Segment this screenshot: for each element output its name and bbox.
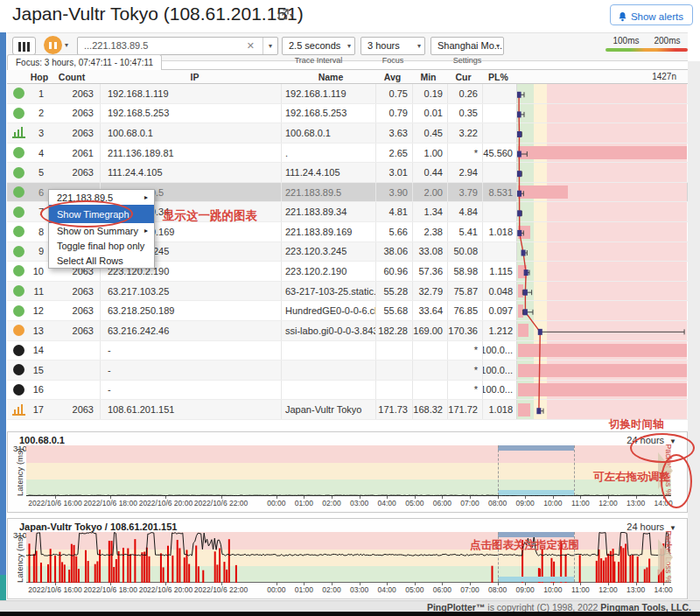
loss-bar bbox=[518, 324, 528, 337]
focus-region-top-bar[interactable] bbox=[498, 532, 575, 537]
min-cell: 33.08 bbox=[413, 242, 448, 262]
name-cell: Japan-Vultr Tokyo bbox=[282, 400, 376, 419]
avg-cell: 2.65 bbox=[376, 144, 413, 163]
share-icon bbox=[276, 8, 290, 21]
status-cell bbox=[7, 123, 30, 143]
loss-bar bbox=[518, 364, 687, 377]
min-cell: 0.19 bbox=[413, 84, 448, 103]
table-row[interactable]: 32063100.68.0.1100.68.0.13.630.453.22 bbox=[7, 123, 688, 144]
menu-item-show-timegraph[interactable]: Show Timegraph bbox=[49, 205, 154, 223]
packet-loss-cell: 1.115 bbox=[483, 262, 517, 281]
menu-item-toggle-final-hop-only[interactable]: Toggle final hop only bbox=[49, 238, 154, 253]
table-row[interactable]: 13206363.216.242.46ssi-labo.gi0-0-0-3.84… bbox=[7, 321, 688, 341]
chevron-down-icon: ▾ bbox=[496, 42, 500, 50]
hop-graph-cell bbox=[517, 222, 687, 242]
latency-band-background bbox=[517, 301, 687, 320]
target-dropdown-caret[interactable]: ▾ bbox=[262, 38, 277, 54]
loss-bar bbox=[518, 146, 687, 159]
latency-band-background bbox=[517, 84, 687, 103]
table-row[interactable]: 12206363.218.250.189HundredGE0-0-0-6.cl.… bbox=[7, 301, 688, 321]
focus-region-top-bar[interactable] bbox=[498, 445, 575, 451]
table-row[interactable]: 14-*100.0... bbox=[7, 341, 688, 361]
focus-region-border bbox=[498, 532, 499, 582]
packet-loss-cell: 100.0... bbox=[483, 341, 517, 360]
trace-interval-select[interactable]: 2.5 seconds ▾ bbox=[282, 37, 355, 55]
pause-dropdown-caret[interactable]: ▾ bbox=[65, 41, 68, 49]
timegraph-plot[interactable] bbox=[26, 445, 671, 496]
table-row[interactable]: 22063192.168.5.253192.168.5.2530.790.010… bbox=[7, 104, 688, 124]
hop-number: 5 bbox=[30, 163, 49, 182]
hop-number: 4 bbox=[30, 144, 49, 163]
status-cell bbox=[7, 262, 30, 281]
menu-item-show-on-summary[interactable]: Show on Summary▸ bbox=[49, 223, 154, 238]
cur-cell: 171.72 bbox=[448, 400, 483, 419]
clear-icon[interactable]: ✕ bbox=[247, 40, 255, 52]
avg-cell: 5.66 bbox=[376, 222, 413, 242]
status-cell bbox=[7, 84, 30, 103]
packet-loss-cell: 1.018 bbox=[483, 222, 517, 242]
avg-cell: 3.63 bbox=[376, 123, 413, 143]
table-row[interactable]: 172063108.61.201.151Japan-Vultr Tokyo171… bbox=[7, 400, 688, 420]
target-input[interactable]: ...221.183.89.5 ✕ ▾ bbox=[77, 37, 278, 55]
drag-handle[interactable] bbox=[658, 452, 673, 489]
name-cell bbox=[282, 341, 376, 360]
min-cell: 2.38 bbox=[413, 222, 448, 242]
cur-cell: 5.41 bbox=[448, 222, 483, 242]
name-cell: 221.183.89.34 bbox=[282, 202, 376, 221]
x-tick-label: 14:00 bbox=[624, 499, 700, 508]
share-button[interactable]: ▾ bbox=[276, 8, 293, 23]
menu-item-221-183-89-5[interactable]: 221.183.89.5▸ bbox=[49, 190, 154, 205]
x-axis-ticks: 2022/10/6 16:002022/10/6 18:002022/10/6 … bbox=[26, 496, 671, 510]
titlebar: Japan-Vultr Tokyo (108.61.201.151) ▾ Sho… bbox=[7, 0, 698, 32]
cur-cell: * bbox=[448, 381, 483, 400]
menu-item-select-all-rows[interactable]: Select All Rows bbox=[49, 253, 154, 268]
hop-number: 9 bbox=[30, 242, 49, 262]
status-cell bbox=[7, 104, 30, 123]
cur-cell: 50.08 bbox=[448, 242, 483, 262]
min-cell: 1.34 bbox=[413, 202, 448, 221]
min-cell: 0.44 bbox=[413, 163, 448, 182]
drag-handle[interactable] bbox=[658, 539, 673, 576]
timegraph-plot[interactable] bbox=[26, 532, 671, 583]
hop-number: 7 bbox=[30, 202, 49, 221]
loss-bar bbox=[518, 304, 523, 318]
target-input-value: ...221.183.89.5 bbox=[84, 40, 148, 51]
cur-cell: * bbox=[448, 360, 483, 380]
min-cell: 57.36 bbox=[413, 262, 448, 281]
focus-region-bottom-bar[interactable] bbox=[498, 490, 575, 495]
count-cell: 2061 bbox=[49, 144, 101, 163]
focus-tab[interactable]: Focus: 3 hours, 07:47:11 - 10:47:11 bbox=[7, 54, 162, 70]
table-row[interactable]: 16-*100.0... bbox=[7, 381, 688, 401]
table-row[interactable]: 11206363.217.103.2563-217-103-25.static.… bbox=[7, 282, 688, 302]
count-cell: 2063 bbox=[49, 123, 101, 143]
hop-number: 6 bbox=[30, 183, 49, 202]
summary-view-button[interactable] bbox=[12, 37, 36, 55]
green-status-icon bbox=[13, 305, 24, 317]
table-row[interactable]: 12063192.168.1.119192.168.1.1190.750.190… bbox=[7, 84, 688, 104]
hop-graph-cell bbox=[517, 163, 687, 182]
avg-cell: 55.28 bbox=[376, 282, 413, 301]
orange-status-icon bbox=[13, 325, 24, 336]
settings-select[interactable]: Shanghai Mo... ▾ bbox=[430, 37, 504, 55]
latency-band-background bbox=[517, 104, 687, 123]
min-cell bbox=[413, 381, 448, 400]
table-row[interactable]: 42061211.136.189.81.2.651.00*45.560 bbox=[7, 144, 688, 164]
min-cell: 169.00 bbox=[413, 321, 448, 340]
hop-graph-cell bbox=[517, 301, 687, 320]
focus-region-bottom-bar[interactable] bbox=[498, 577, 575, 582]
name-cell bbox=[282, 381, 376, 400]
show-alerts-button[interactable]: Show alerts bbox=[610, 4, 693, 25]
table-row[interactable]: 52063111.24.4.105111.24.4.1053.010.442.9… bbox=[7, 163, 688, 183]
latency-band-background bbox=[517, 222, 687, 242]
avg-cell: 60.96 bbox=[376, 262, 413, 281]
hop-graph-cell bbox=[517, 123, 687, 143]
table-row[interactable]: 15-*100.0... bbox=[7, 360, 688, 381]
loss-bar bbox=[518, 403, 530, 416]
ip-cell: 100.68.0.1 bbox=[101, 123, 282, 143]
focus-select[interactable]: 3 hours ▾ bbox=[360, 37, 425, 55]
latency-band-background bbox=[517, 242, 687, 262]
bell-icon bbox=[618, 11, 627, 22]
status-cell bbox=[7, 242, 30, 262]
pause-button[interactable] bbox=[44, 36, 62, 54]
pause-icon bbox=[49, 42, 52, 49]
